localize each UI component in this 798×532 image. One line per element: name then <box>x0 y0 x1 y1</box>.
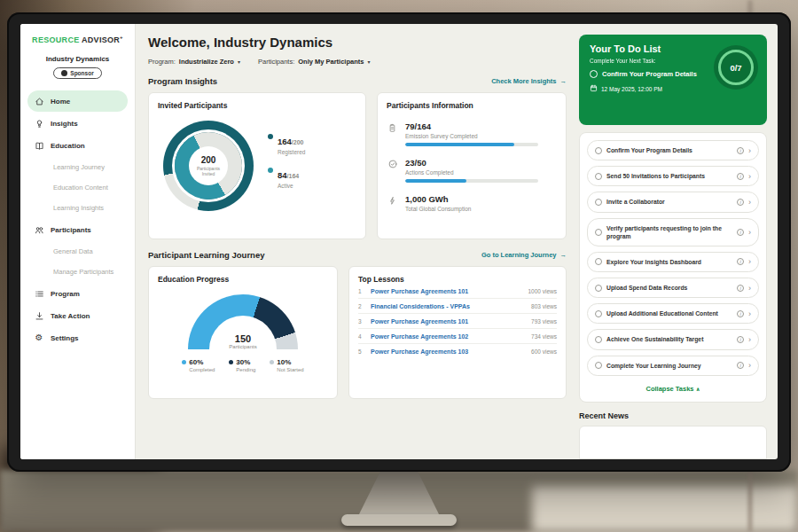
link-label: Check More Insights <box>491 77 556 85</box>
chevron-right-icon[interactable]: › <box>748 147 751 154</box>
sidebar-item-learning-insights[interactable]: Learning Insights <box>20 198 135 218</box>
stat-value: 23/50 <box>405 158 538 168</box>
sponsor-icon <box>61 70 67 76</box>
chevron-down-icon: ▾ <box>367 59 370 65</box>
sidebar-nav: Home Insights Education Learning Journey… <box>20 90 135 348</box>
task-item[interactable]: Complete Your Learning Journey i › <box>587 356 759 376</box>
info-icon[interactable]: i <box>737 199 744 206</box>
info-icon[interactable]: i <box>737 336 744 343</box>
gauge-label: Participants <box>188 344 298 349</box>
checkbox-icon[interactable] <box>590 70 598 78</box>
monitor-frame: RESOURCE ADVISOR+ Industry Dynamics Spon… <box>7 12 791 472</box>
section-title: Participant Learning Journey <box>148 250 264 260</box>
check-circle-icon <box>387 158 398 183</box>
chevron-right-icon[interactable]: › <box>748 310 751 317</box>
chevron-right-icon[interactable]: › <box>748 229 751 236</box>
learning-cards-row: Education Progress 150 Participants 60% … <box>148 266 567 399</box>
participants-filter-label: Participants: <box>258 58 294 66</box>
lightbulb-icon <box>34 119 44 129</box>
task-item[interactable]: Verify participants requesting to join t… <box>587 218 759 246</box>
task-item[interactable]: Explore Your Insights Dashboard i › <box>587 252 759 272</box>
lesson-views: 734 views <box>531 333 557 340</box>
chevron-right-icon[interactable]: › <box>748 199 751 206</box>
info-icon[interactable]: i <box>737 173 744 180</box>
checkbox-icon[interactable] <box>595 258 602 265</box>
lesson-link[interactable]: Power Purchase Agreements 102 <box>371 333 525 340</box>
checkbox-icon[interactable] <box>595 310 602 317</box>
action-arrow-icon <box>34 311 44 321</box>
participants-dropdown[interactable]: Participants: Only My Participants ▾ <box>258 58 370 66</box>
pending-dot-icon <box>229 360 233 364</box>
task-item[interactable]: Invite a Collaborator i › <box>587 192 759 212</box>
sidebar-item-learning-journey[interactable]: Learning Journey <box>20 157 135 177</box>
checkbox-icon[interactable] <box>595 229 602 236</box>
check-more-insights-link[interactable]: Check More Insights → <box>491 77 567 85</box>
checkbox-icon[interactable] <box>595 173 602 180</box>
monitor-stand-base <box>341 514 457 526</box>
card-title: Invited Participants <box>158 101 356 110</box>
not-started-dot-icon <box>270 360 274 364</box>
chevron-right-icon[interactable]: › <box>748 258 751 265</box>
info-icon[interactable]: i <box>737 310 744 317</box>
card-title: Top Lessons <box>358 275 557 284</box>
checkbox-icon[interactable] <box>595 336 602 343</box>
lesson-row[interactable]: 1 Power Purchase Agreements 101 1000 vie… <box>358 284 557 299</box>
sidebar-item-general-data[interactable]: General Data <box>20 241 135 262</box>
info-icon[interactable]: i <box>737 258 744 265</box>
lesson-row[interactable]: 4 Power Purchase Agreements 102 734 view… <box>358 329 557 344</box>
lesson-rank: 2 <box>358 303 364 309</box>
sidebar-item-settings[interactable]: ⚙ Settings <box>27 327 128 348</box>
education-progress-card: Education Progress 150 Participants 60% … <box>148 266 338 399</box>
sidebar-item-education[interactable]: Education <box>27 135 128 156</box>
collapse-tasks-link[interactable]: Collapse Tasks ∧ <box>587 381 759 398</box>
chevron-right-icon[interactable]: › <box>748 285 751 292</box>
task-item[interactable]: Upload Additional Educational Content i … <box>587 303 759 324</box>
progress-fill <box>405 143 514 146</box>
stat-label: Emission Survey Completed <box>405 133 538 139</box>
info-icon[interactable]: i <box>737 362 744 369</box>
lesson-link[interactable]: Power Purchase Agreements 101 <box>371 288 521 294</box>
sidebar-item-insights[interactable]: Insights <box>27 113 128 134</box>
people-icon <box>34 225 44 235</box>
lesson-link[interactable]: Power Purchase Agreements 101 <box>371 318 525 325</box>
sidebar-item-education-content[interactable]: Education Content <box>20 177 135 198</box>
checkbox-icon[interactable] <box>595 285 602 292</box>
task-item[interactable]: Confirm Your Program Details i › <box>587 140 759 160</box>
task-item[interactable]: Send 50 Invitations to Participants i › <box>587 166 759 186</box>
chevron-right-icon[interactable]: › <box>748 173 751 180</box>
lesson-link[interactable]: Financial Considerations - VPPAs <box>371 303 525 309</box>
task-item[interactable]: Achieve One Sustainability Target i › <box>587 329 759 349</box>
checkbox-icon[interactable] <box>595 147 602 154</box>
chevron-right-icon[interactable]: › <box>748 362 751 369</box>
sidebar-item-take-action[interactable]: Take Action <box>27 305 128 326</box>
card-title: Education Progress <box>158 275 328 284</box>
arrow-right-icon: → <box>560 77 567 85</box>
checkbox-icon[interactable] <box>595 362 602 369</box>
info-icon[interactable]: i <box>737 229 744 236</box>
lesson-row[interactable]: 3 Power Purchase Agreements 101 793 view… <box>358 314 557 329</box>
donut-center-value: 200 <box>201 155 216 165</box>
chevron-right-icon[interactable]: › <box>748 336 751 343</box>
card-title: Participants Information <box>387 101 557 110</box>
sidebar-item-manage-participants[interactable]: Manage Participants <box>20 262 135 282</box>
stat-value: 1,000 GWh <box>405 194 471 204</box>
sidebar-item-program[interactable]: Program <box>27 283 128 304</box>
lesson-row[interactable]: 5 Power Purchase Agreements 103 600 view… <box>358 344 557 358</box>
section-title: Program Insights <box>148 76 217 86</box>
lesson-link[interactable]: Power Purchase Agreements 103 <box>371 348 525 355</box>
due-date-label: 12 May 2025, 12:00 PM <box>601 86 662 92</box>
sponsor-badge[interactable]: Sponsor <box>53 67 101 79</box>
sidebar-item-participants[interactable]: Participants <box>27 219 128 240</box>
sidebar-item-label: Program <box>51 290 80 298</box>
info-icon[interactable]: i <box>737 285 744 292</box>
go-to-learning-journey-link[interactable]: Go to Learning Journey → <box>481 251 567 259</box>
sidebar-item-home[interactable]: Home <box>27 90 128 112</box>
checkbox-icon[interactable] <box>595 199 602 206</box>
info-icon[interactable]: i <box>737 147 744 154</box>
actions-completed-progressbar <box>405 179 538 183</box>
energy-icon <box>387 194 398 212</box>
emission-survey-row: 79/164 Emission Survey Completed <box>387 121 557 146</box>
lesson-row[interactable]: 2 Financial Considerations - VPPAs 803 v… <box>358 299 557 314</box>
program-dropdown[interactable]: Program: Industrialize Zero ▾ <box>148 58 240 66</box>
task-item[interactable]: Upload Spend Data Records i › <box>587 278 759 298</box>
